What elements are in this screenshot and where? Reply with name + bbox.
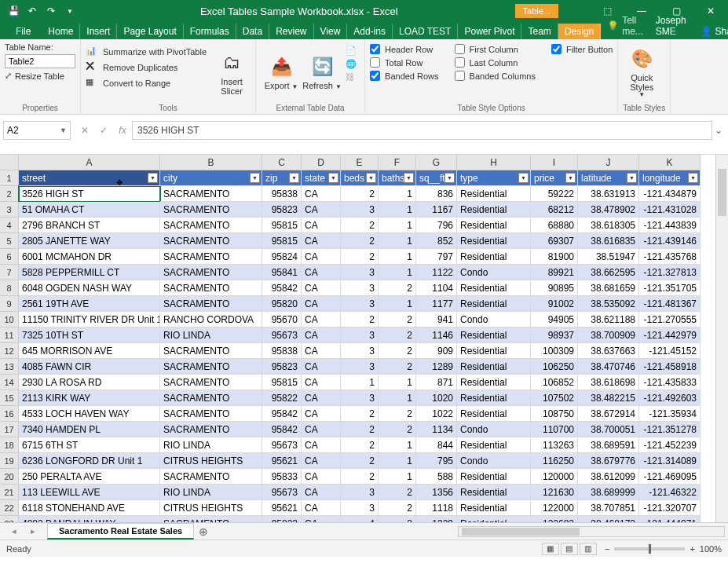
- table-cell[interactable]: 2: [379, 359, 416, 375]
- table-cell[interactable]: 1: [379, 437, 416, 453]
- table-cell[interactable]: Residential: [457, 437, 531, 453]
- table-cell[interactable]: 4533 LOCH HAVEN WAY: [19, 406, 160, 422]
- table-cell[interactable]: 95822: [262, 390, 302, 406]
- table-cell[interactable]: 81900: [531, 249, 578, 265]
- tab-file[interactable]: File: [9, 24, 42, 39]
- row-header[interactable]: 21: [0, 485, 19, 500]
- table-cell[interactable]: 2930 LA ROSA RD: [19, 375, 160, 390]
- table-column-header[interactable]: type▼: [457, 170, 531, 186]
- table-cell[interactable]: CA: [302, 406, 341, 422]
- table-cell[interactable]: SACRAMENTO: [160, 265, 262, 280]
- table-cell[interactable]: RIO LINDA: [160, 485, 262, 500]
- table-column-header[interactable]: latitude▼: [578, 170, 639, 186]
- table-cell[interactable]: 1167: [416, 202, 457, 218]
- table-cell[interactable]: 6001 MCMAHON DR: [19, 249, 160, 265]
- table-cell[interactable]: CA: [302, 186, 341, 202]
- refresh-button[interactable]: 🔄 Refresh ▼: [302, 42, 342, 102]
- tab-review[interactable]: Review: [269, 24, 313, 39]
- row-header[interactable]: 1: [0, 170, 19, 186]
- table-cell[interactable]: 95842: [262, 406, 302, 422]
- table-cell[interactable]: CITRUS HEIGHTS: [160, 453, 262, 469]
- formula-input[interactable]: 3526 HIGH ST: [132, 121, 712, 140]
- column-header[interactable]: G: [416, 155, 457, 170]
- table-cell[interactable]: 38.689591: [578, 437, 639, 453]
- table-cell[interactable]: 91002: [531, 296, 578, 312]
- tab-insert[interactable]: Insert: [80, 24, 117, 39]
- header-row-checkbox[interactable]: Header Row: [370, 44, 439, 54]
- filter-dropdown-icon[interactable]: ▼: [688, 173, 698, 183]
- table-cell[interactable]: Residential: [457, 202, 531, 218]
- table-cell[interactable]: 4882 BANDALIN WAY: [19, 516, 160, 522]
- table-cell[interactable]: 1118: [416, 500, 457, 516]
- table-cell[interactable]: 6118 STONEHAND AVE: [19, 500, 160, 516]
- table-cell[interactable]: 38.616835: [578, 233, 639, 249]
- table-cell[interactable]: 2561 19TH AVE: [19, 296, 160, 312]
- insert-slicer-button[interactable]: 🗂 Insert Slicer: [213, 44, 251, 102]
- table-cell[interactable]: Residential: [457, 343, 531, 359]
- table-cell[interactable]: 95673: [262, 485, 302, 500]
- table-cell[interactable]: 6715 6TH ST: [19, 437, 160, 453]
- table-cell[interactable]: 2: [341, 249, 379, 265]
- name-box-input[interactable]: [7, 125, 49, 136]
- tab-home[interactable]: Home: [42, 24, 80, 39]
- fx-icon[interactable]: fx: [113, 125, 132, 136]
- table-cell[interactable]: 797: [416, 249, 457, 265]
- table-cell[interactable]: Residential: [457, 406, 531, 422]
- table-cell[interactable]: CA: [302, 343, 341, 359]
- row-header[interactable]: 5: [0, 233, 19, 249]
- tab-formulas[interactable]: Formulas: [184, 24, 236, 39]
- row-header[interactable]: 17: [0, 422, 19, 437]
- table-cell[interactable]: 89921: [531, 265, 578, 280]
- filter-dropdown-icon[interactable]: ▼: [518, 173, 529, 183]
- qa-dropdown-icon[interactable]: ▼: [63, 4, 77, 18]
- row-header[interactable]: 10: [0, 312, 19, 327]
- table-cell[interactable]: Condo: [457, 453, 531, 469]
- table-cell[interactable]: 38.689999: [578, 485, 639, 500]
- table-cell[interactable]: CA: [302, 202, 341, 218]
- sheet-tab-active[interactable]: Sacramento Real Estate Sales: [47, 523, 194, 540]
- table-cell[interactable]: 2: [379, 485, 416, 500]
- table-cell[interactable]: 909: [416, 343, 457, 359]
- table-cell[interactable]: 2: [379, 280, 416, 296]
- table-cell[interactable]: CA: [302, 437, 341, 453]
- table-cell[interactable]: -121.270555: [639, 312, 701, 327]
- table-cell[interactable]: -121.452239: [639, 437, 701, 453]
- table-cell[interactable]: SACRAMENTO: [160, 233, 262, 249]
- table-cell[interactable]: 1177: [416, 296, 457, 312]
- sheet-nav-last-icon[interactable]: ▸: [31, 526, 35, 536]
- row-header[interactable]: 4: [0, 218, 19, 233]
- filter-dropdown-icon[interactable]: ▼: [404, 173, 414, 183]
- table-cell[interactable]: SACRAMENTO: [160, 343, 262, 359]
- table-cell[interactable]: 2: [379, 406, 416, 422]
- table-cell[interactable]: 1: [379, 469, 416, 485]
- table-cell[interactable]: CA: [302, 296, 341, 312]
- resize-table-button[interactable]: ⤢Resize Table: [5, 71, 75, 81]
- table-cell[interactable]: 38.672914: [578, 406, 639, 422]
- table-cell[interactable]: 95815: [262, 233, 302, 249]
- table-cell[interactable]: 3: [341, 296, 379, 312]
- table-cell[interactable]: 1: [379, 202, 416, 218]
- quick-styles-button[interactable]: 🎨 Quick Styles▼: [623, 42, 660, 102]
- table-cell[interactable]: 120000: [531, 469, 578, 485]
- table-cell[interactable]: Residential: [457, 327, 531, 343]
- table-cell[interactable]: 3: [341, 327, 379, 343]
- column-header[interactable]: A: [19, 155, 160, 170]
- table-cell[interactable]: SACRAMENTO: [160, 249, 262, 265]
- tab-team[interactable]: Team: [521, 24, 558, 39]
- save-icon[interactable]: 💾: [6, 4, 20, 18]
- table-cell[interactable]: 116250: [531, 453, 578, 469]
- table-name-input[interactable]: [5, 54, 75, 68]
- table-cell[interactable]: 95621: [262, 453, 302, 469]
- table-column-header[interactable]: state▼: [302, 170, 341, 186]
- table-cell[interactable]: 5828 PEPPERMILL CT: [19, 265, 160, 280]
- table-cell[interactable]: 250 PERALTA AVE: [19, 469, 160, 485]
- table-cell[interactable]: Residential: [457, 218, 531, 233]
- table-cell[interactable]: 95842: [262, 280, 302, 296]
- row-header[interactable]: 8: [0, 280, 19, 296]
- column-header[interactable]: C: [262, 155, 302, 170]
- close-icon[interactable]: ✕: [693, 0, 728, 22]
- table-cell[interactable]: -121.351705: [639, 280, 701, 296]
- table-cell[interactable]: Residential: [457, 375, 531, 390]
- table-column-header[interactable]: street▼: [19, 170, 160, 186]
- filter-dropdown-icon[interactable]: ▼: [366, 173, 376, 183]
